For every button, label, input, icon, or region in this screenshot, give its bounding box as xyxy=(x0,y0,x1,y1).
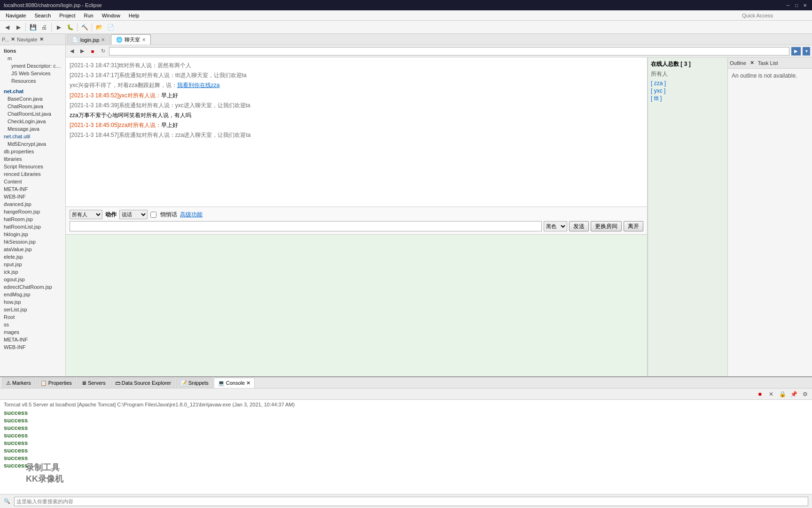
close-btn[interactable]: ✕ xyxy=(802,2,808,8)
nav-dropdown-btn[interactable]: ▾ xyxy=(803,47,810,56)
bottom-tab-markers[interactable]: ⚠ Markers xyxy=(2,378,35,388)
tb-save[interactable]: 💾 xyxy=(28,22,38,32)
sidebar-tab-navigate[interactable]: Navigate xyxy=(17,37,37,42)
bottom-tab-servers[interactable]: 🖥 Servers xyxy=(77,378,110,388)
sidebar-item-hatroomjsp[interactable]: hatRoom.jsp xyxy=(0,215,65,223)
tb-back[interactable]: ◀ xyxy=(2,22,12,32)
console-terminate-btn[interactable]: ■ xyxy=(755,389,765,399)
advanced-link[interactable]: 高级功能 xyxy=(180,211,203,219)
tb-debug[interactable]: 🐛 xyxy=(65,22,75,32)
tb-build[interactable]: 🔨 xyxy=(79,22,90,32)
maximize-btn[interactable]: □ xyxy=(793,2,800,8)
menu-search[interactable]: Search xyxy=(31,12,55,19)
tab-loginjsp[interactable]: 📄 login.jsp ✕ xyxy=(67,34,110,45)
sidebar-item-resources[interactable]: Resources xyxy=(0,77,65,85)
nav-forward-btn[interactable]: ▶ xyxy=(78,47,86,56)
sidebar-item-libraries[interactable]: libraries xyxy=(0,155,65,163)
quick-access-input[interactable] xyxy=(739,11,810,20)
menu-run[interactable]: Run xyxy=(80,12,97,19)
sidebar-item-advanced[interactable]: dvanced.jsp xyxy=(0,200,65,208)
sidebar-item-descriptor[interactable]: yment Descriptor: chatrc xyxy=(0,62,65,70)
sidebar-item-metainf[interactable]: META-INF xyxy=(0,185,65,193)
online-all[interactable]: 所有人 xyxy=(651,70,725,78)
nav-refresh-btn[interactable]: ↻ xyxy=(99,47,107,56)
sidebar-item-dbprops[interactable]: db.properties xyxy=(0,148,65,155)
sidebar-item-root[interactable]: Root xyxy=(0,313,65,321)
sidebar-item-mages[interactable]: mages xyxy=(0,328,65,336)
tab-loginjsp-close[interactable]: ✕ xyxy=(101,37,105,42)
bottom-tab-properties[interactable]: 📋 Properties xyxy=(36,378,76,388)
console-clear-btn[interactable]: ✕ xyxy=(766,389,776,399)
sidebar-item-endmsg[interactable]: endMsg.jsp xyxy=(0,291,65,298)
sidebar-item-hatroomlist[interactable]: hatRoomList.jsp xyxy=(0,223,65,230)
window-controls[interactable]: ─ □ ✕ xyxy=(785,2,808,8)
sidebar-item-chatroomlist[interactable]: ChatRoomList.java xyxy=(0,110,65,118)
leave-button[interactable]: 离开 xyxy=(624,221,643,231)
sidebar-item-ogout[interactable]: ogout.jsp xyxy=(0,276,65,283)
sidebar-item-reflibraries[interactable]: renced Libraries xyxy=(0,170,65,178)
nav-back-btn[interactable]: ◀ xyxy=(68,47,76,56)
sidebar-item-serlist[interactable]: serList.jsp xyxy=(0,306,65,313)
sidebar-item-m[interactable]: m xyxy=(0,55,65,62)
sidebar-item-elete[interactable]: elete.jsp xyxy=(0,253,65,261)
action-select[interactable]: 说话 动作 xyxy=(119,210,148,219)
tab-chatroom-close[interactable]: ✕ xyxy=(142,37,146,42)
sidebar-item-redirect[interactable]: edirectChatRoom.jsp xyxy=(0,283,65,291)
sidebar-item-nput[interactable]: nput.jsp xyxy=(0,261,65,268)
tb-run[interactable]: ▶ xyxy=(54,22,64,32)
address-input[interactable]: http://localhost:8080/chatroom/chatRoom.… xyxy=(109,47,789,56)
send-button[interactable]: 发送 xyxy=(569,221,589,231)
sidebar-item-hksession[interactable]: hkSession.jsp xyxy=(0,238,65,246)
console-close[interactable]: ✕ xyxy=(246,380,250,386)
sidebar-item-webinf[interactable]: WEB-INF xyxy=(0,193,65,200)
sidebar-item-ick[interactable]: ick.jsp xyxy=(0,268,65,276)
sidebar-item-scriptres[interactable]: Script Resources xyxy=(0,163,65,170)
outline-tab-tasklist[interactable]: Task List xyxy=(758,60,778,66)
nav-stop-btn[interactable]: ■ xyxy=(88,47,97,56)
tb-forward[interactable]: ▶ xyxy=(13,22,23,32)
console-pin-btn[interactable]: 📌 xyxy=(789,389,799,399)
go-button[interactable]: ▶ xyxy=(791,47,801,56)
status-search-input[interactable] xyxy=(14,497,808,506)
sidebar-item-hklogin[interactable]: hklogin.jsp xyxy=(0,230,65,238)
tb-new[interactable]: 📄 xyxy=(105,22,116,32)
bottom-tab-console[interactable]: 💻 Console ✕ xyxy=(214,378,255,388)
outline-tab-outline[interactable]: Outline xyxy=(730,60,746,66)
online-user-ttt[interactable]: [ ttt ] xyxy=(651,95,725,102)
online-user-yxc[interactable]: [ yxc ] xyxy=(651,87,725,94)
emotion-checkbox[interactable] xyxy=(150,212,156,218)
menu-navigate[interactable]: Navigate xyxy=(2,12,30,19)
menu-help[interactable]: Help xyxy=(125,12,143,19)
sidebar-item-changeroom[interactable]: hangeRoom.jsp xyxy=(0,208,65,215)
online-user-zza[interactable]: [ zza ] xyxy=(651,80,725,87)
sidebar-item-message[interactable]: Message.java xyxy=(0,125,65,133)
sidebar-item-md5[interactable]: Md5Encrypt.java xyxy=(0,140,65,148)
sidebar-item-content[interactable]: Content xyxy=(0,178,65,185)
console-settings-btn[interactable]: ⚙ xyxy=(800,389,810,399)
menu-window[interactable]: Window xyxy=(98,12,124,19)
minimize-btn[interactable]: ─ xyxy=(785,2,791,8)
sidebar-item-chatroom[interactable]: ChatRoom.java xyxy=(0,103,65,110)
bottom-tab-datasource[interactable]: 🗃 Data Source Explorer xyxy=(111,378,175,388)
change-room-button[interactable]: 更换房间 xyxy=(591,221,622,231)
sidebar-item-netchat[interactable]: net.chat xyxy=(0,87,65,95)
sidebar-item-how[interactable]: how.jsp xyxy=(0,298,65,306)
sidebar-item-netchatutil[interactable]: net.chat.util xyxy=(0,133,65,140)
tb-open[interactable]: 📂 xyxy=(94,22,104,32)
sidebar-item-ss[interactable]: ss xyxy=(0,321,65,328)
sidebar-item-baseconn[interactable]: BaseConn.java xyxy=(0,95,65,103)
tab-chatroom[interactable]: 🌐 聊天室 ✕ xyxy=(111,34,151,45)
bottom-tab-snippets[interactable]: 📝 Snippets xyxy=(176,378,213,388)
color-select[interactable]: 黑色 红色 蓝色 xyxy=(544,221,567,231)
msg-input[interactable] xyxy=(70,221,542,231)
tb-print[interactable]: 🖨 xyxy=(39,22,49,32)
target-select[interactable]: 所有人 zza yxc ttt xyxy=(70,210,102,219)
sidebar-item-atavalue[interactable]: ataValue.jsp xyxy=(0,246,65,253)
sidebar-tab-project[interactable]: P... xyxy=(2,37,9,42)
console-scroll-lock-btn[interactable]: 🔒 xyxy=(777,389,788,399)
sidebar-item-checklogin[interactable]: CheckLogin.java xyxy=(0,118,65,125)
sidebar-item-metainf2[interactable]: META-INF xyxy=(0,336,65,343)
menu-project[interactable]: Project xyxy=(55,12,79,19)
sidebar-item-webservices[interactable]: JS Web Services xyxy=(0,70,65,77)
sidebar-item-webinf2[interactable]: WEB-INF xyxy=(0,343,65,351)
